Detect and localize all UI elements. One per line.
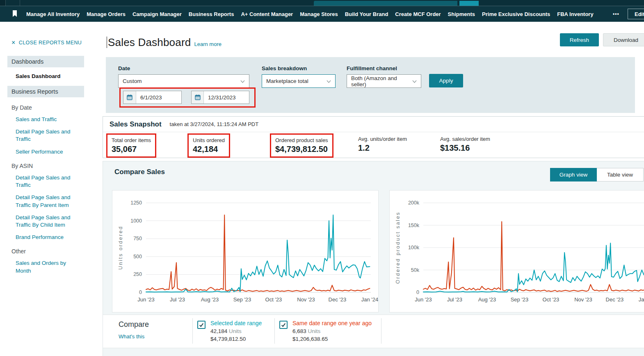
chevron-down-icon (240, 78, 245, 84)
nav-item-business-reports[interactable]: Business Reports (189, 11, 234, 17)
top-strip-corner (0, 0, 6, 6)
whats-this-link[interactable]: What's this (119, 333, 144, 340)
series-selected-date-range (423, 243, 644, 292)
svg-text:Aug '23: Aug '23 (201, 296, 219, 303)
end-date-group (191, 91, 249, 104)
metric-avg-sales-order-item: Avg. sales/order item$135.16 (436, 133, 494, 155)
svg-text:Dec '23: Dec '23 (606, 296, 624, 303)
nav-item-manage-all-inventory[interactable]: Manage All Inventory (26, 11, 80, 17)
view-toggle-table-view[interactable]: Table view (597, 168, 644, 181)
legend-units-suffix: Units (308, 328, 321, 334)
legend-item-selected-date-range: Selected date range42,184 Units$4,739,81… (197, 320, 262, 342)
svg-text:Units ordered: Units ordered (118, 225, 123, 270)
nav-item-create-mcf-order[interactable]: Create MCF Order (395, 11, 441, 17)
units-ordered-chart-card: 025050075010001250Jun '23Jul '23Aug '23S… (112, 190, 379, 312)
svg-text:Jan '24: Jan '24 (361, 296, 378, 303)
svg-text:Nov '23: Nov '23 (574, 296, 592, 303)
date-range-value: Custom (123, 78, 142, 84)
fulfillment-channel-select[interactable]: Both (Amazon and seller) (347, 74, 421, 88)
metric-label: Units ordered (193, 137, 225, 143)
download-button[interactable]: Download (603, 33, 644, 46)
legend-sales-value: $1,206,638.65 (292, 336, 372, 342)
metric-ordered-product-sales: Ordered product sales$4,739,812.50 (270, 133, 333, 158)
top-navigation-bar: Manage All InventoryManage OrdersCampaig… (0, 6, 644, 22)
sidebar-item-seller-performance[interactable]: Seller Performance (0, 143, 92, 156)
reports-sidebar: × CLOSE REPORTS MENU DashboardsSales Das… (0, 22, 92, 356)
sidebar-item-dashboards[interactable]: Dashboards (7, 56, 84, 67)
legend-units-suffix: Units (229, 328, 242, 334)
bookmark-icon[interactable] (12, 10, 17, 19)
calendar-icon[interactable] (192, 91, 204, 103)
top-strip (0, 0, 644, 6)
svg-text:200k: 200k (408, 200, 420, 206)
apply-button[interactable]: Apply (429, 74, 463, 87)
series-same-date-range-one-year-ago (146, 215, 370, 292)
nav-item-a-content-manager[interactable]: A+ Content Manager (241, 11, 293, 17)
nav-item-manage-orders[interactable]: Manage Orders (87, 11, 126, 17)
svg-text:1250: 1250 (130, 200, 142, 206)
legend-checkbox[interactable] (197, 321, 206, 329)
learn-more-link[interactable]: Learn more (194, 41, 221, 47)
svg-text:Jul '23: Jul '23 (170, 296, 185, 303)
metric-label: Avg. sales/order item (440, 136, 490, 142)
svg-text:Jul '23: Jul '23 (447, 296, 462, 303)
svg-text:Aug '23: Aug '23 (478, 296, 496, 303)
nav-overflow-menu[interactable]: ••• (613, 6, 619, 22)
nav-item-campaign-manager[interactable]: Campaign Manager (132, 11, 182, 17)
sidebar-item-sales-dashboard[interactable]: Sales Dashboard (0, 67, 92, 80)
svg-text:250: 250 (133, 271, 142, 277)
sidebar-item-detail-page-sales-and-traffic[interactable]: Detail Page Sales and Traffic (0, 169, 92, 189)
sales-breakdown-select[interactable]: Marketplace total (262, 74, 336, 88)
date-range-select[interactable]: Custom (118, 74, 249, 88)
nav-item-prime-exclusive-discounts[interactable]: Prime Exclusive Discounts (482, 11, 550, 17)
sidebar-item-detail-page-sales-and-traffic[interactable]: Detail Page Sales and Traffic (0, 123, 92, 143)
legend-divider (381, 318, 381, 344)
sidebar-item-sales-and-traffic[interactable]: Sales and Traffic (0, 111, 92, 123)
nav-item-fba-inventory[interactable]: FBA Inventory (557, 11, 593, 17)
calendar-icon[interactable] (123, 91, 136, 103)
compare-legend: Compare What's this Selected date range4… (103, 315, 644, 348)
svg-text:Dec '23: Dec '23 (329, 296, 347, 303)
sidebar-item-detail-page-sales-and-traffic-by-child-item[interactable]: Detail Page Sales and Traffic By Child I… (0, 209, 92, 229)
svg-text:Sep '23: Sep '23 (233, 296, 251, 303)
svg-text:Sep '23: Sep '23 (511, 296, 529, 303)
legend-series-name: Same date range one year ago (292, 320, 372, 326)
nav-item-build-your-brand[interactable]: Build Your Brand (345, 11, 388, 17)
snapshot-timestamp: taken at 3/27/2024, 11:15:24 AM PDT (170, 121, 259, 127)
start-date-group (123, 91, 182, 104)
refresh-button[interactable]: Refresh (560, 33, 599, 46)
search-button-remnant[interactable] (459, 1, 479, 6)
metric-value: $135.16 (440, 143, 490, 153)
page-title: Sales Dashboard (108, 36, 191, 49)
top-strip-divider (20, 0, 20, 6)
legend-checkbox[interactable] (279, 321, 288, 329)
start-date-input[interactable] (136, 91, 181, 103)
sales-breakdown-label: Sales breakdown (262, 65, 307, 71)
legend-units-value: 42,184 (210, 328, 227, 334)
svg-text:Oct '23: Oct '23 (265, 296, 282, 303)
svg-text:Jun '23: Jun '23 (137, 296, 155, 303)
metric-units-ordered: Units ordered42,184 (187, 133, 230, 158)
sidebar-item-brand-performance[interactable]: Brand Performance (0, 229, 92, 241)
svg-text:50k: 50k (411, 267, 420, 273)
chevron-down-icon (412, 78, 417, 84)
svg-text:Ordered product sales: Ordered product sales (395, 211, 401, 284)
close-reports-menu-button[interactable]: × CLOSE REPORTS MENU (11, 39, 92, 46)
end-date-input[interactable] (204, 91, 249, 103)
svg-text:Jun '23: Jun '23 (415, 296, 432, 303)
metric-total-order-items: Total order items35,067 (106, 133, 156, 158)
view-toggle-graph-view[interactable]: Graph view (550, 168, 597, 181)
edit-button[interactable]: Edit (628, 9, 644, 19)
metric-value: 35,067 (112, 145, 151, 154)
sidebar-item-business-reports[interactable]: Business Reports (7, 86, 84, 97)
sidebar-item-detail-page-sales-and-traffic-by-parent-item[interactable]: Detail Page Sales and Traffic By Parent … (0, 189, 92, 209)
sidebar-item-sales-and-orders-by-month[interactable]: Sales and Orders by Month (0, 255, 92, 274)
compare-sales-title: Compare Sales (114, 168, 165, 176)
units-ordered-chart: 025050075010001250Jun '23Jul '23Aug '23S… (112, 191, 378, 312)
chevron-down-icon (327, 78, 331, 84)
legend-divider (192, 318, 193, 344)
nav-item-manage-stores[interactable]: Manage Stores (300, 11, 338, 17)
nav-item-shipments[interactable]: Shipments (448, 11, 475, 17)
fulfillment-channel-label: Fulfillment channel (347, 65, 397, 71)
search-bar-remnant[interactable] (314, 1, 457, 6)
